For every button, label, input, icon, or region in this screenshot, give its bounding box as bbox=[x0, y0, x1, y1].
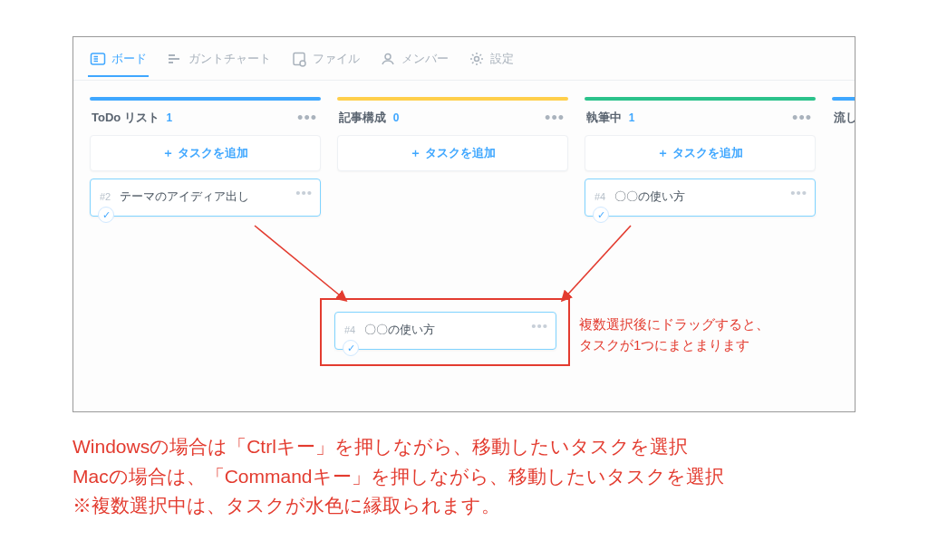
gantt-icon bbox=[167, 51, 183, 67]
tab-board[interactable]: ボード bbox=[90, 51, 147, 76]
tab-file[interactable]: ファイル bbox=[291, 51, 360, 76]
tab-gantt[interactable]: ガントチャート bbox=[167, 51, 271, 76]
column-struct: 記事構成 0 ••• ＋タスクを追加 bbox=[337, 97, 568, 395]
caption: Windowsの場合は「Ctrlキー」を押しながら、移動したいタスクを選択 Ma… bbox=[72, 432, 856, 521]
plus-icon: ＋ bbox=[657, 146, 669, 159]
add-task-writing[interactable]: ＋タスクを追加 bbox=[585, 135, 816, 171]
plus-icon: ＋ bbox=[162, 146, 174, 159]
dragged-stack[interactable]: #4 〇〇の使い方 ✓ ••• bbox=[334, 312, 556, 350]
tab-settings[interactable]: 設定 bbox=[469, 51, 514, 76]
task-card-4b-menu[interactable]: ••• bbox=[531, 318, 548, 333]
column-writing-bar bbox=[585, 97, 816, 101]
column-struct-menu[interactable]: ••• bbox=[545, 114, 565, 121]
tab-file-label: ファイル bbox=[313, 51, 360, 67]
column-struct-bar bbox=[337, 97, 568, 101]
task-card-2-title: テーマのアイディア出し bbox=[120, 189, 249, 203]
app-frame: ボード ガントチャート ファイル メンバー bbox=[72, 36, 856, 412]
tab-member-label: メンバー bbox=[401, 51, 449, 67]
file-icon bbox=[291, 51, 307, 67]
svg-point-8 bbox=[300, 61, 305, 66]
task-card-4b[interactable]: #4 〇〇の使い方 ✓ ••• bbox=[334, 312, 556, 350]
task-card-2-menu[interactable]: ••• bbox=[295, 185, 313, 200]
caption-line1: Windowsの場合は「Ctrlキー」を押しながら、移動したいタスクを選択 bbox=[72, 432, 856, 462]
column-todo-bar bbox=[90, 97, 321, 101]
column-writing-menu[interactable]: ••• bbox=[792, 114, 812, 121]
column-todo-menu[interactable]: ••• bbox=[297, 114, 317, 121]
add-task-struct[interactable]: ＋タスクを追加 bbox=[337, 135, 568, 171]
tab-member[interactable]: メンバー bbox=[380, 51, 449, 76]
member-icon bbox=[380, 51, 396, 67]
tab-settings-label: 設定 bbox=[490, 51, 514, 67]
tab-gantt-label: ガントチャート bbox=[188, 51, 271, 67]
check-icon: ✓ bbox=[593, 207, 609, 223]
column-todo: ToDo リスト 1 ••• ＋タスクを追加 #2 テーマのアイディア出し ✓ … bbox=[90, 97, 321, 395]
plus-icon: ＋ bbox=[410, 146, 421, 159]
column-writing-count: 1 bbox=[629, 111, 635, 124]
add-task-todo[interactable]: ＋タスクを追加 bbox=[90, 135, 321, 171]
check-icon: ✓ bbox=[98, 207, 114, 223]
check-icon: ✓ bbox=[343, 340, 359, 356]
tab-bar: ボード ガントチャート ファイル メンバー bbox=[73, 37, 855, 81]
column-todo-count: 1 bbox=[166, 111, 172, 124]
task-card-4a-title: 〇〇の使い方 bbox=[614, 189, 685, 203]
column-struct-count: 0 bbox=[393, 111, 400, 124]
svg-point-10 bbox=[475, 56, 479, 61]
svg-point-9 bbox=[385, 53, 391, 59]
task-card-2[interactable]: #2 テーマのアイディア出し ✓ ••• bbox=[90, 179, 321, 217]
column-partial-title: 流し bbox=[834, 110, 855, 126]
caption-line3: ※複数選択中は、タスクが水色に縁取られます。 bbox=[72, 491, 856, 521]
task-card-4a[interactable]: #4 〇〇の使い方 ✓ ••• bbox=[585, 179, 816, 217]
annot-drag-text: 複数選択後にドラッグすると、 タスクが1つにまとまります bbox=[579, 314, 769, 355]
column-partial: 流し bbox=[832, 97, 855, 395]
task-card-4a-id: #4 bbox=[594, 191, 605, 202]
column-todo-title: ToDo リスト bbox=[92, 111, 160, 124]
gear-icon bbox=[469, 51, 485, 67]
board-icon bbox=[90, 51, 106, 67]
board: ToDo リスト 1 ••• ＋タスクを追加 #2 テーマのアイディア出し ✓ … bbox=[73, 81, 855, 411]
caption-line2: Macの場合は、「Commandキー」を押しながら、移動したいタスクを選択 bbox=[72, 462, 856, 492]
column-writing-title: 執筆中 bbox=[586, 111, 622, 124]
tab-board-label: ボード bbox=[111, 51, 147, 67]
column-struct-title: 記事構成 bbox=[339, 111, 386, 124]
column-partial-bar bbox=[832, 97, 855, 101]
task-card-4b-id: #4 bbox=[344, 324, 355, 335]
task-card-4a-menu[interactable]: ••• bbox=[790, 185, 807, 200]
task-card-2-id: #2 bbox=[100, 191, 111, 202]
task-card-4b-title: 〇〇の使い方 bbox=[364, 323, 435, 336]
